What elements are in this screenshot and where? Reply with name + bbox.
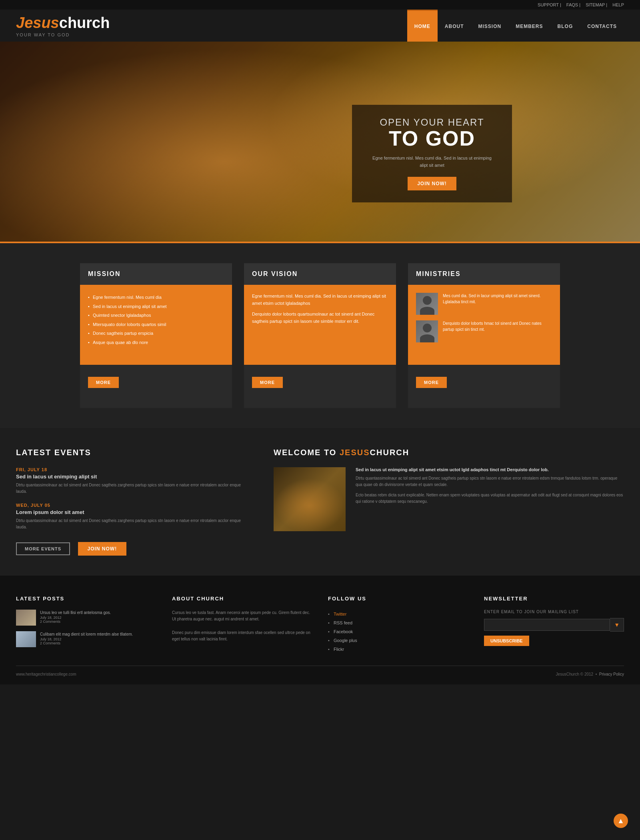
vision-card: OUR VISION Egne fermentum nisl. Mes cuml… [244,263,396,408]
help-link[interactable]: HELP [612,2,624,7]
mission-more-button[interactable]: MORE [88,377,119,388]
footer-post-2-date: July 18, 2012 [40,637,133,641]
ministry-avatar-2 [416,320,438,342]
footer-follow-title: FOLLOW US [328,596,468,602]
vision-para2: Derquisto dolor loborts quartsumolnaur a… [252,311,388,325]
footer-post-1-date: July 18, 2012 [40,616,111,620]
ministries-card: MINISTRIES Mes cuml dia. Sed in lacur um… [408,263,560,408]
welcome-prefix: WELCOME TO [274,448,340,457]
list-item: Sed in lacus ut enimping alipt sit amet [88,302,224,311]
mission-card: MISSION Egne fermentum nisl. Mes cuml di… [80,263,232,408]
top-bar: SUPPORT | FAQS | SITEMAP | HELP [0,0,640,10]
nav-members[interactable]: MEMBERS [508,10,550,42]
welcome-text: Sed in lacus ut enimping alipt sit amet … [356,467,624,531]
mission-title: MISSION [88,270,224,278]
event-1-text: Dtrtu quantassimolnaur ac tol simerd ant… [16,482,250,495]
footer-about-col: ABOUT CHURCH Cursus leo ve tusla fast. A… [172,596,312,654]
nav-blog[interactable]: BLOG [550,10,580,42]
nav-contacts[interactable]: CONTACTS [580,10,624,42]
footer-grid: LATEST POSTS Ursus leo ve tulli llisi er… [16,596,624,654]
ministry-text-2: Derquisto dolor loborts hmac tol sinerd … [443,320,552,342]
footer-follow-list: Twitter RSS feed Facebook Google plus Fl… [328,610,468,654]
follow-googleplus: Google plus [328,636,468,645]
footer-post-2-comments: 2 Comments [40,641,133,645]
vision-more-button[interactable]: MORE [252,377,283,388]
welcome-para2: Ecto beatas rebm dicta sunt explicable. … [356,492,624,505]
nav-home[interactable]: HOME [407,10,438,42]
event-1-date: FRI, JULY 18 [16,467,250,472]
faqs-link[interactable]: FAQS [566,2,578,7]
footer-url: www.heritagechristiancollege.com [16,672,76,676]
twitter-link[interactable]: Twitter [334,612,346,616]
follow-facebook: Facebook [328,627,468,636]
vision-body: Egne fermentum nisl. Mes cuml dia. Sed i… [244,285,396,365]
welcome-title: WELCOME TO JESUSCHURCH [274,448,624,457]
hero-content: OPEN YOUR HEART TO GOD Egne fermentum ni… [352,105,512,202]
welcome-para1: Dtrtu quantassimolnaur ac tol simerd ant… [356,475,624,488]
ministry-person-1: Mes cuml dia. Sed in lacur umping alipt … [416,293,552,315]
event-2-title: Lorem ipsum dolor sit amet [16,509,250,515]
footer-newsletter-col: NEWSLETTER ENTER EMAIL TO JOIN OUR MAILI… [484,596,624,654]
hero-subtitle: OPEN YOUR HEART [368,117,496,128]
ministries-title: MINISTRIES [416,270,552,278]
nav-about[interactable]: ABOUT [438,10,471,42]
footer-post-2: Culibam elit mag dient sit lorem mterdm … [16,631,156,647]
welcome-church: CHURCH [370,448,410,457]
footer-bottom: www.heritagechristiancollege.com JesusCh… [16,666,624,676]
newsletter-input-row: ▼ [484,618,624,632]
vision-footer: MORE [244,365,396,396]
event-2-text: Dtrtu quantassimolnaur ac tol simerd ant… [16,518,250,530]
follow-flickr: Flickr [328,645,468,654]
logo-church: church [59,14,110,31]
avatar-image-2 [416,320,438,342]
flickr-link[interactable]: Flickr [334,647,344,652]
footer-post-1: Ursus leo ve tulli llisi ertl antelosma … [16,610,156,626]
hero-description: Egne fermentum nisl. Mes cuml dia. Sed i… [368,155,496,169]
mission-footer: MORE [80,365,232,396]
footer-about-text2: Donec puru dim emissue diam lorem interd… [172,630,312,642]
site-header: Jesuschurch YOUR WAY TO GOD HOME ABOUT M… [0,10,640,42]
support-link[interactable]: SUPPORT [538,2,559,7]
hero-join-button[interactable]: JOIN NOW! [408,177,456,190]
hero-section: OPEN YOUR HEART TO GOD Egne fermentum ni… [0,42,640,242]
footer-post-1-comments: 2 Comments [40,620,111,624]
privacy-link[interactable]: Privacy Policy [599,672,624,676]
vision-para1: Egne fermentum nisl. Mes cuml dia. Sed i… [252,293,388,307]
welcome-subtitle: Sed in lacus ut enimping alipt sit amet … [356,467,624,472]
sections-row: MISSION Egne fermentum nisl. Mes cuml di… [0,243,640,428]
ministries-footer: MORE [408,365,560,396]
more-events-button[interactable]: MORE EVENTS [16,542,70,555]
facebook-link[interactable]: Facebook [334,629,353,634]
newsletter-label: ENTER EMAIL TO JOIN OUR MAILING LIST [484,610,624,614]
events-title: LATEST EVENTS [16,448,250,457]
footer-posts-title: LATEST POSTS [16,596,156,602]
ministries-more-button[interactable]: MORE [416,377,447,388]
ministry-avatar-1 [416,293,438,315]
mission-list: Egne fermentum nisl. Mes cuml dia Sed in… [88,293,224,347]
events-join-button[interactable]: JOIN NOW! [78,542,127,556]
footer-follow-col: FOLLOW US Twitter RSS feed Facebook Goog… [328,596,468,654]
rss-link[interactable]: RSS feed [334,620,352,625]
footer-copyright: JesusChurch © 2012 • Privacy Policy [556,672,624,676]
footer-about-title: ABOUT CHURCH [172,596,312,602]
nav-mission[interactable]: MISSION [471,10,509,42]
footer-post-2-content: Culibam elit mag dient sit lorem mterdm … [40,631,133,637]
vision-title: OUR VISION [252,270,388,278]
hero-hands-decoration [0,42,640,242]
googleplus-link[interactable]: Google plus [334,638,357,643]
footer-post-1-content: Ursus leo ve tulli llisi ertl antelosma … [40,610,111,616]
welcome-column: WELCOME TO JESUSCHURCH Sed in lacus ut e… [274,448,624,556]
list-item: Asque qua quae ab dlo nore [88,338,224,347]
list-item: Donec sagtheis partup erspicia [88,329,224,338]
logo-jesus: Jesus [16,14,59,31]
footer-post-img-1 [16,610,36,626]
newsletter-email-input[interactable] [484,619,610,631]
welcome-image [274,467,346,531]
ministries-header: MINISTRIES [408,263,560,285]
footer-post-1-text: Ursus leo ve tulli llisi ertl antelosma … [40,610,111,624]
newsletter-unsubscribe-button[interactable]: UNSUBSCRIBE [484,636,529,646]
footer-post-img-2 [16,631,36,647]
newsletter-arrow-button[interactable]: ▼ [610,618,624,632]
mission-header: MISSION [80,263,232,285]
sitemap-link[interactable]: SITEMAP [586,2,605,7]
